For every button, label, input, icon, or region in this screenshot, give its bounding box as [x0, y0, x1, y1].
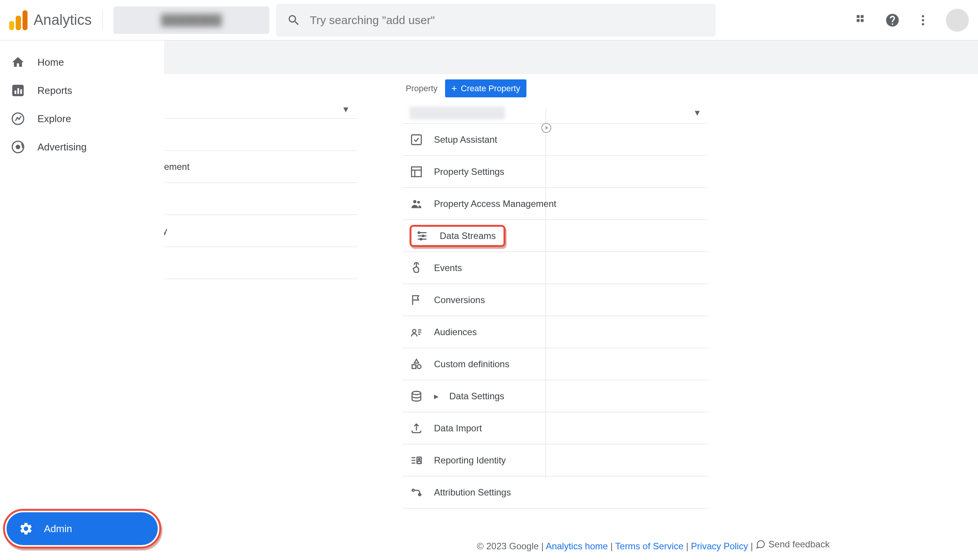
shapes-icon: [410, 357, 423, 371]
svg-point-4: [922, 15, 924, 17]
footer-link-analytics-home[interactable]: Analytics home: [545, 541, 608, 551]
footer-link-tos[interactable]: Terms of Service: [615, 541, 684, 551]
account-selector[interactable]: ████████: [114, 7, 269, 34]
identity-icon: [410, 453, 423, 467]
help-icon[interactable]: [885, 13, 900, 28]
nav-admin[interactable]: Admin: [7, 512, 158, 545]
svg-point-6: [922, 23, 924, 25]
nav-advertising[interactable]: Advertising: [0, 133, 157, 161]
property-name-blurred: [410, 107, 505, 120]
svg-rect-8: [15, 90, 17, 94]
row-label: Property Access Management: [434, 198, 556, 209]
layout-icon: [410, 165, 423, 178]
logo-block: Analytics: [9, 10, 92, 30]
row-label: Attribution Settings: [434, 487, 511, 498]
svg-rect-10: [20, 89, 22, 94]
top-header: Analytics ████████: [0, 0, 978, 40]
data-streams-highlight-annotation: Data Streams: [410, 225, 505, 247]
nav-label: Explore: [37, 113, 71, 125]
streams-icon: [415, 229, 429, 243]
conversions-row[interactable]: Conversions: [403, 284, 708, 316]
audience-icon: [410, 325, 423, 339]
main-content: reate Account king With GA4 ▼ Settings A…: [164, 40, 978, 560]
expand-column-button[interactable]: [541, 123, 551, 133]
search-input[interactable]: [310, 14, 705, 27]
row-label: Data Import: [434, 423, 482, 433]
svg-rect-2: [857, 19, 860, 22]
chevron-down-icon: ▼: [341, 105, 350, 115]
svg-point-5: [922, 19, 924, 22]
property-dropdown[interactable]: ▼: [403, 103, 708, 124]
plus-icon: +: [451, 82, 457, 94]
admin-header-strip: [164, 40, 978, 74]
property-column: Property + Create Property ▼ Setup Assis…: [403, 74, 708, 508]
row-label: Audiences: [434, 327, 477, 337]
data-settings-row[interactable]: ▸ Data Settings: [403, 380, 708, 412]
svg-point-37: [418, 458, 420, 460]
property-settings-row[interactable]: Property Settings: [403, 156, 708, 188]
audiences-row[interactable]: Audiences: [403, 316, 708, 348]
explore-icon: [11, 112, 25, 126]
gear-icon: [19, 522, 33, 536]
events-row[interactable]: Events: [403, 252, 708, 284]
more-vert-icon[interactable]: [915, 13, 931, 28]
row-label: Data Settings: [449, 391, 504, 402]
svg-rect-1: [861, 15, 864, 18]
svg-point-13: [17, 145, 20, 149]
database-icon: [410, 389, 423, 403]
footer: © 2023 Google | Analytics home | Terms o…: [329, 532, 978, 559]
admin-label: Admin: [44, 523, 72, 535]
attribution-icon: [410, 485, 423, 499]
svg-rect-30: [412, 365, 416, 368]
left-sidebar: Home Reports Explore Advertising Admin: [0, 40, 164, 560]
attribution-settings-row[interactable]: Attribution Settings: [403, 477, 708, 508]
svg-point-32: [412, 391, 421, 395]
user-avatar[interactable]: [946, 9, 969, 32]
create-property-button[interactable]: + Create Property: [445, 79, 526, 97]
property-column-label: Property: [406, 83, 438, 93]
bar-chart-icon: [11, 83, 25, 98]
data-import-row[interactable]: Data Import: [403, 412, 708, 444]
row-label: Events: [434, 263, 462, 273]
row-label: Property Settings: [434, 167, 504, 177]
custom-definitions-row[interactable]: Custom definitions: [403, 348, 708, 380]
apps-icon[interactable]: [854, 13, 869, 28]
advertising-icon: [11, 140, 25, 154]
create-property-label: Create Property: [461, 83, 520, 93]
nav-home[interactable]: Home: [0, 48, 157, 77]
search-box[interactable]: [276, 4, 716, 37]
nav-reports[interactable]: Reports: [0, 77, 157, 105]
app-title: Analytics: [33, 12, 92, 28]
flag-icon: [410, 293, 423, 307]
svg-rect-3: [861, 19, 864, 22]
chevron-down-icon: ▼: [693, 108, 701, 118]
search-icon: [287, 13, 301, 27]
svg-point-31: [417, 365, 421, 368]
feedback-icon: [756, 539, 766, 549]
touch-icon: [410, 261, 423, 275]
svg-rect-14: [411, 135, 421, 145]
data-streams-row[interactable]: Data Streams: [403, 220, 708, 252]
nav-label: Advertising: [37, 141, 87, 153]
admin-highlight-annotation: Admin: [3, 509, 161, 548]
row-label: Reporting Identity: [434, 455, 506, 466]
svg-point-38: [412, 489, 415, 491]
setup-assistant-row[interactable]: Setup Assistant: [403, 124, 708, 156]
account-name-blurred: ████████: [161, 14, 222, 26]
svg-point-26: [413, 329, 416, 332]
nav-explore[interactable]: Explore: [0, 105, 157, 133]
row-label: Setup Assistant: [434, 134, 497, 145]
svg-point-24: [423, 235, 424, 236]
people-icon: [410, 197, 423, 211]
row-label: Custom definitions: [434, 359, 509, 370]
send-feedback-button[interactable]: Send feedback: [756, 539, 830, 550]
nav-label: Reports: [37, 85, 72, 97]
home-icon: [11, 55, 25, 70]
reporting-identity-row[interactable]: Reporting Identity: [403, 444, 708, 477]
footer-link-privacy[interactable]: Privacy Policy: [691, 541, 748, 551]
chevron-right-icon: ▸: [434, 391, 438, 402]
property-access-row[interactable]: Property Access Management: [403, 188, 708, 220]
nav-label: Home: [37, 57, 64, 68]
footer-copyright: © 2023 Google: [477, 541, 539, 551]
svg-rect-15: [411, 167, 421, 177]
